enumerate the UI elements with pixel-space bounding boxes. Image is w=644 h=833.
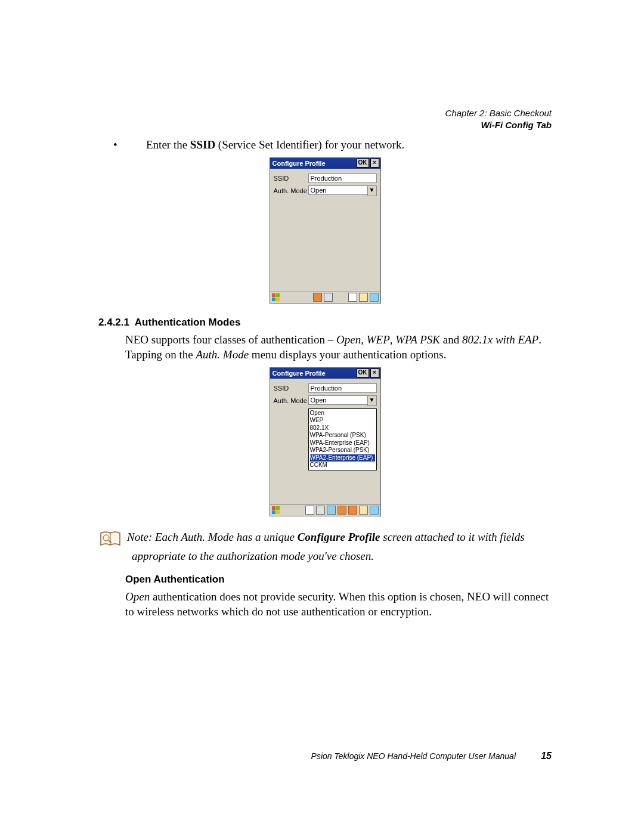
start-icon[interactable]: [272, 293, 280, 302]
body-paragraph: NEO supports four classes of authenticat…: [125, 332, 552, 363]
auth-mode-dropdown-list[interactable]: Open WEP 802.1X WPA-Personal (PSK) WPA-E…: [308, 408, 377, 470]
tray-icon[interactable]: [370, 293, 379, 302]
taskbar: [270, 504, 380, 516]
bullet-text: Enter the SSID (Service Set Identifier) …: [146, 137, 552, 153]
bullet-dot: •: [98, 137, 146, 153]
note-text: Note: Each Auth. Mode has a unique Confi…: [127, 529, 525, 545]
auth-mode-select[interactable]: Open: [308, 395, 367, 405]
tray-icon[interactable]: [316, 506, 325, 515]
ssid-input[interactable]: Production: [308, 174, 377, 183]
subsection-heading: Open Authentication: [125, 574, 552, 586]
tray-icon[interactable]: [348, 506, 357, 515]
tray-icon[interactable]: [359, 293, 368, 302]
auth-mode-label: Auth. Mode: [274, 397, 308, 404]
titlebar: Configure Profile OK ×: [270, 368, 380, 379]
note-block: Note: Each Auth. Mode has a unique Confi…: [98, 529, 552, 549]
close-button[interactable]: ×: [370, 368, 379, 377]
note-text-line2: appropriate to the authorization mode yo…: [132, 549, 552, 564]
section-heading: 2.4.2.1 Authentication Modes: [98, 317, 552, 329]
taskbar: [270, 292, 380, 303]
auth-mode-select[interactable]: Open: [308, 185, 367, 195]
list-item[interactable]: WPA2-Personal (PSK): [310, 447, 375, 454]
chapter-label: Chapter 2: Basic Checkout: [445, 107, 552, 119]
list-item-selected[interactable]: WPA2-Enterprise (EAP): [310, 454, 375, 462]
ok-button[interactable]: OK: [357, 159, 369, 168]
list-item[interactable]: WPA-Personal (PSK): [310, 432, 375, 439]
tray-icon[interactable]: [324, 293, 333, 302]
ssid-input[interactable]: Production: [308, 383, 377, 393]
auth-mode-label: Auth. Mode: [274, 187, 308, 194]
start-icon[interactable]: [272, 506, 280, 515]
ok-button[interactable]: OK: [357, 368, 369, 377]
list-item[interactable]: WEP: [310, 417, 375, 425]
ssid-label: SSID: [274, 175, 308, 182]
tray-icon[interactable]: [313, 293, 322, 302]
window-title: Configure Profile: [273, 370, 357, 377]
body-paragraph: Open authentication does not provide sec…: [125, 589, 552, 620]
book-icon: [98, 529, 122, 549]
configure-profile-window-2: Configure Profile OK × SSID Production A…: [270, 367, 381, 516]
tray-icon[interactable]: [338, 506, 346, 515]
list-item[interactable]: CCKM: [310, 462, 375, 469]
list-item[interactable]: 802.1X: [310, 425, 375, 432]
section-label: Wi-Fi Config Tab: [445, 119, 552, 131]
window-title: Configure Profile: [273, 160, 357, 167]
dropdown-arrow-icon[interactable]: ▼: [367, 395, 377, 406]
list-item[interactable]: Open: [310, 410, 375, 417]
tray-icon[interactable]: [370, 506, 379, 515]
tray-icon[interactable]: [305, 506, 314, 515]
ssid-label: SSID: [274, 385, 308, 392]
list-item[interactable]: WPA-Enterprise (EAP): [310, 439, 375, 447]
page-footer: Psion Teklogix NEO Hand-Held Computer Us…: [98, 751, 552, 761]
configure-profile-window-1: Configure Profile OK × SSID Production A…: [270, 157, 381, 304]
dropdown-arrow-icon[interactable]: ▼: [367, 185, 377, 196]
page-number: 15: [516, 751, 552, 761]
tray-icon[interactable]: [359, 506, 368, 515]
tray-icon[interactable]: [327, 506, 336, 515]
bullet-item: • Enter the SSID (Service Set Identifier…: [98, 137, 552, 153]
tray-icon[interactable]: [348, 293, 357, 302]
page-header: Chapter 2: Basic Checkout Wi-Fi Config T…: [445, 107, 552, 132]
titlebar: Configure Profile OK ×: [270, 158, 380, 169]
footer-text: Psion Teklogix NEO Hand-Held Computer Us…: [98, 751, 516, 761]
close-button[interactable]: ×: [370, 159, 379, 168]
